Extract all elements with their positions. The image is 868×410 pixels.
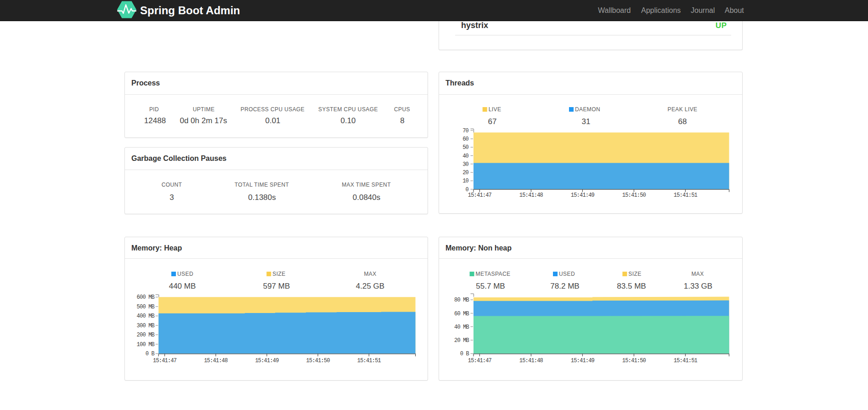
svg-text:30: 30 [462,161,468,168]
svg-text:15:41:48: 15:41:48 [519,358,543,364]
svg-text:60 MB: 60 MB [454,311,469,317]
svg-text:15:41:50: 15:41:50 [622,192,646,199]
svg-text:60: 60 [462,136,468,142]
svg-text:15:41:51: 15:41:51 [357,358,381,364]
svg-text:40 MB: 40 MB [454,324,469,330]
svg-text:20: 20 [462,170,468,176]
svg-text:70: 70 [462,128,468,134]
svg-text:15:41:48: 15:41:48 [519,192,543,199]
svg-text:10: 10 [462,178,468,184]
svg-text:15:41:47: 15:41:47 [468,192,492,199]
svg-text:0 B: 0 B [460,351,469,357]
svg-text:15:41:47: 15:41:47 [153,358,177,364]
svg-text:15:41:51: 15:41:51 [674,358,698,364]
svg-text:15:41:47: 15:41:47 [468,358,492,364]
svg-text:50: 50 [462,144,468,151]
svg-text:20 MB: 20 MB [454,337,469,344]
svg-text:40: 40 [462,153,468,159]
svg-text:15:41:49: 15:41:49 [255,358,279,364]
svg-text:200 MB: 200 MB [137,332,155,338]
svg-text:15:41:48: 15:41:48 [204,358,228,364]
svg-text:600 MB: 600 MB [137,294,155,301]
svg-text:15:41:50: 15:41:50 [622,358,646,364]
svg-text:400 MB: 400 MB [137,313,155,319]
svg-text:15:41:50: 15:41:50 [306,358,330,364]
svg-text:0 B: 0 B [146,351,155,357]
svg-text:80 MB: 80 MB [454,297,469,303]
svg-text:15:41:51: 15:41:51 [674,192,698,199]
svg-text:100 MB: 100 MB [137,342,155,348]
svg-text:15:41:49: 15:41:49 [571,192,595,199]
svg-text:500 MB: 500 MB [137,304,155,310]
svg-text:300 MB: 300 MB [137,323,155,329]
svg-text:15:41:49: 15:41:49 [571,358,595,364]
